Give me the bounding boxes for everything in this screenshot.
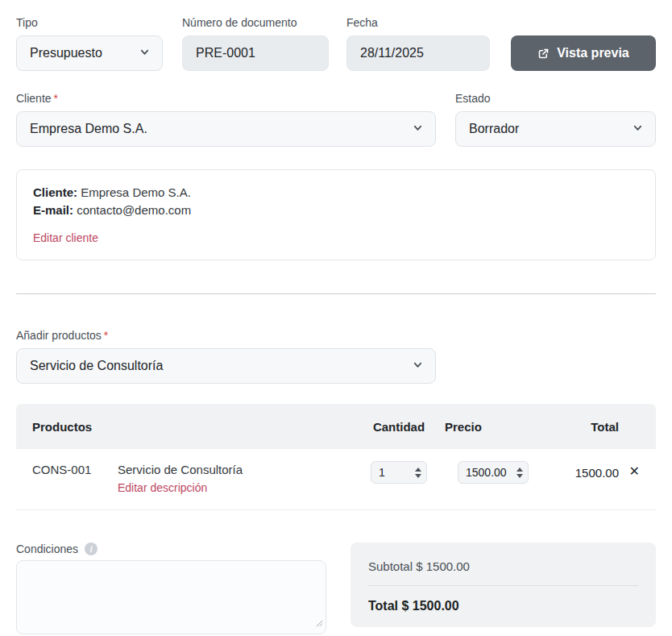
condiciones-label: Condiciones (16, 542, 78, 555)
delete-row-icon[interactable]: ✕ (629, 465, 640, 478)
condiciones-section: Condiciones i (16, 542, 326, 634)
cliente-select-value: Empresa Demo S.A. (30, 122, 412, 136)
header-precio: Precio (443, 420, 543, 434)
products-table: Productos Cantidad Precio Total CONS-001… (16, 404, 656, 510)
stepper-arrows[interactable] (516, 468, 523, 478)
product-name: Servicio de Consultoría (118, 463, 243, 476)
cliente-info-email-label: E-mail: (33, 203, 73, 217)
cliente-estado-row: Cliente* Empresa Demo S.A. Estado Borrad… (16, 92, 656, 147)
cliente-info-name: Cliente: Empresa Demo S.A. (33, 184, 639, 202)
chevron-down-icon (632, 122, 644, 137)
cliente-label: Cliente* (16, 92, 436, 105)
product-cell: CONS-001 Servicio de Consultoría Editar … (32, 461, 355, 494)
cliente-select[interactable]: Empresa Demo S.A. (16, 111, 436, 147)
cliente-info-card: Cliente: Empresa Demo S.A. E-mail: conta… (16, 169, 656, 260)
fecha-label: Fecha (346, 16, 490, 29)
stepper-down-icon[interactable] (516, 474, 523, 478)
cliente-info-email-value: contacto@demo.com (77, 203, 191, 217)
productos-select-value: Servicio de Consultoría (30, 359, 412, 373)
stepper-arrows[interactable] (415, 468, 421, 478)
form-footer: Condiciones i Subtotal $ 1500.00 Total $… (16, 542, 656, 634)
estado-select-value: Borrador (469, 122, 632, 136)
tipo-select[interactable]: Presupuesto (16, 35, 163, 71)
table-row: CONS-001 Servicio de Consultoría Editar … (16, 449, 656, 510)
cliente-info-name-value: Empresa Demo S.A. (81, 185, 191, 199)
total-line: Total $ 1500.00 (368, 599, 638, 613)
vista-previa-button[interactable]: Vista previa (511, 35, 656, 71)
numero-documento-input[interactable] (182, 35, 329, 71)
quantity-input[interactable] (379, 466, 412, 479)
anadir-productos-label: Añadir productos* (16, 329, 656, 342)
subtotal-line: Subtotal $ 1500.00 (368, 559, 638, 573)
field-fecha: Fecha (346, 16, 490, 71)
fecha-input[interactable] (346, 35, 490, 71)
product-code: CONS-001 (32, 461, 118, 494)
vista-previa-label: Vista previa (557, 46, 629, 60)
editar-cliente-link[interactable]: Editar cliente (33, 231, 98, 244)
field-cliente: Cliente* Empresa Demo S.A. (16, 92, 436, 147)
price-cell (443, 461, 543, 484)
required-mark: * (104, 329, 108, 342)
condiciones-header: Condiciones i (16, 542, 326, 555)
chevron-down-icon (412, 359, 424, 374)
cliente-info-email: E-mail: contacto@demo.com (33, 202, 639, 219)
section-divider (16, 293, 656, 294)
condiciones-textarea[interactable] (16, 560, 326, 634)
products-table-header: Productos Cantidad Precio Total (16, 404, 656, 449)
quote-form: Tipo Presupuesto Número de documento Fec… (0, 0, 672, 636)
field-estado: Estado Borrador (455, 92, 656, 147)
required-mark: * (54, 92, 58, 105)
external-link-icon (537, 48, 550, 60)
price-stepper[interactable] (458, 461, 529, 484)
field-numero-documento: Número de documento (182, 16, 329, 71)
productos-select[interactable]: Servicio de Consultoría (16, 348, 436, 384)
resize-handle-icon[interactable] (316, 616, 323, 630)
tipo-label: Tipo (16, 16, 163, 29)
condiciones-textarea-wrap (16, 560, 326, 634)
stepper-down-icon[interactable] (415, 474, 421, 478)
chevron-down-icon (412, 122, 424, 137)
quantity-stepper[interactable] (371, 461, 427, 484)
delete-cell: ✕ (619, 461, 640, 479)
summary-divider (368, 585, 638, 586)
header-productos: Productos (32, 420, 355, 434)
quantity-cell (355, 461, 443, 484)
document-header-row: Tipo Presupuesto Número de documento Fec… (16, 16, 656, 71)
stepper-up-icon[interactable] (415, 468, 421, 472)
row-total: 1500.00 (543, 461, 619, 480)
info-icon: i (85, 542, 97, 555)
tipo-select-value: Presupuesto (30, 46, 139, 60)
estado-select[interactable]: Borrador (455, 111, 656, 147)
field-productos: Servicio de Consultoría (16, 348, 436, 384)
chevron-down-icon (139, 46, 151, 61)
totals-summary-panel: Subtotal $ 1500.00 Total $ 1500.00 (351, 542, 656, 627)
stepper-up-icon[interactable] (516, 468, 523, 472)
product-name-block: Servicio de Consultoría Editar descripci… (118, 461, 243, 494)
cliente-info-name-label: Cliente: (33, 185, 77, 199)
header-total: Total (543, 420, 619, 434)
header-cantidad: Cantidad (355, 420, 443, 434)
editar-descripcion-link[interactable]: Editar descripción (118, 481, 207, 494)
field-tipo: Tipo Presupuesto (16, 16, 163, 71)
price-input[interactable] (466, 466, 513, 479)
estado-label: Estado (455, 92, 656, 105)
numero-documento-label: Número de documento (182, 16, 329, 29)
